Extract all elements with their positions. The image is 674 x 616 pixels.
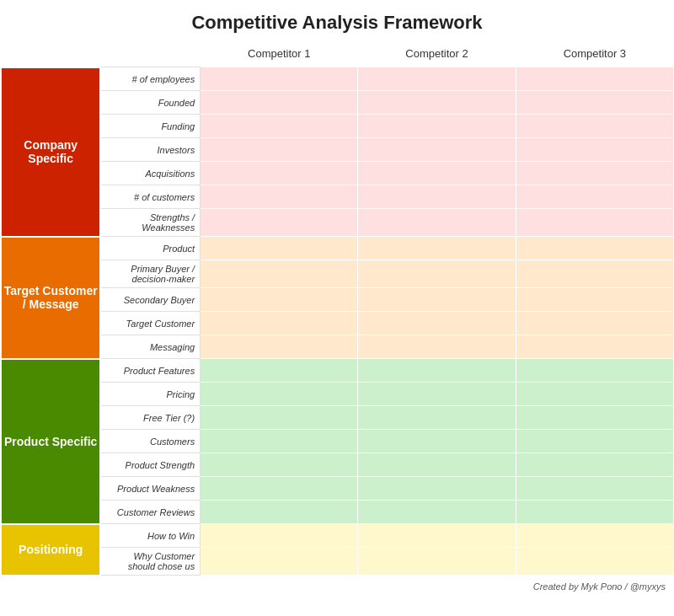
data-cell-s2-r5-c2[interactable] [516, 477, 673, 501]
row-label: Pricing [100, 383, 200, 406]
data-cell-s0-r2-c2[interactable] [516, 115, 673, 138]
data-cell-s0-r1-c2[interactable] [516, 91, 673, 115]
data-cell-s0-r2-c0[interactable] [201, 115, 358, 138]
table-row: Strengths / Weaknesses [1, 209, 674, 237]
data-cell-s0-r0-c1[interactable] [358, 67, 516, 91]
data-cell-s0-r4-c1[interactable] [358, 162, 516, 185]
data-cell-s2-r6-c2[interactable] [516, 501, 673, 524]
table-row: Free Tier (?) [1, 406, 674, 430]
data-cell-s2-r6-c0[interactable] [201, 501, 358, 524]
row-label-header-empty [100, 42, 200, 67]
row-label: Primary Buyer / decision-maker [100, 260, 200, 288]
table-row: Product SpecificProduct Features [1, 359, 674, 383]
row-label: Messaging [100, 335, 200, 359]
data-cell-s2-r5-c1[interactable] [358, 477, 516, 501]
row-label: Why Customer should chose us [100, 548, 200, 576]
credit-text: Created by Myk Pono / @myxys [0, 576, 674, 595]
data-cell-s2-r2-c1[interactable] [358, 406, 516, 430]
data-cell-s0-r3-c1[interactable] [358, 138, 516, 162]
data-cell-s0-r4-c2[interactable] [516, 162, 673, 185]
data-cell-s0-r6-c1[interactable] [358, 209, 516, 237]
competitor-1-header: Competitor 1 [201, 42, 358, 67]
row-label: Investors [100, 138, 200, 162]
data-cell-s3-r1-c0[interactable] [201, 548, 358, 576]
data-cell-s0-r3-c2[interactable] [516, 138, 673, 162]
competitor-2-header: Competitor 2 [358, 42, 516, 67]
data-cell-s3-r1-c1[interactable] [358, 548, 516, 576]
table-row: # of customers [1, 185, 674, 209]
data-cell-s2-r1-c2[interactable] [516, 383, 673, 406]
data-cell-s0-r6-c2[interactable] [516, 209, 673, 237]
data-cell-s0-r3-c0[interactable] [201, 138, 358, 162]
data-cell-s2-r4-c0[interactable] [201, 453, 358, 477]
table-row: Investors [1, 138, 674, 162]
data-cell-s2-r2-c2[interactable] [516, 406, 673, 430]
data-cell-s2-r4-c1[interactable] [358, 453, 516, 477]
data-cell-s2-r3-c0[interactable] [201, 430, 358, 453]
data-cell-s1-r0-c1[interactable] [358, 237, 516, 260]
data-cell-s0-r5-c0[interactable] [201, 185, 358, 209]
data-cell-s2-r3-c1[interactable] [358, 430, 516, 453]
table-row: Customers [1, 430, 674, 453]
data-cell-s0-r4-c0[interactable] [201, 162, 358, 185]
row-label: Product Features [100, 359, 200, 383]
data-cell-s2-r4-c2[interactable] [516, 453, 673, 477]
data-cell-s1-r3-c0[interactable] [201, 312, 358, 335]
data-cell-s3-r0-c1[interactable] [358, 524, 516, 548]
data-cell-s0-r5-c1[interactable] [358, 185, 516, 209]
table-row: Target Customer / MessageProduct [1, 237, 674, 260]
data-cell-s0-r0-c0[interactable] [201, 67, 358, 91]
data-cell-s2-r1-c0[interactable] [201, 383, 358, 406]
competitor-3-header: Competitor 3 [516, 42, 673, 67]
data-cell-s1-r1-c1[interactable] [358, 260, 516, 288]
data-cell-s1-r1-c0[interactable] [201, 260, 358, 288]
data-cell-s1-r4-c1[interactable] [358, 335, 516, 359]
data-cell-s1-r3-c1[interactable] [358, 312, 516, 335]
data-cell-s1-r4-c2[interactable] [516, 335, 673, 359]
data-cell-s2-r0-c1[interactable] [358, 359, 516, 383]
data-cell-s1-r2-c0[interactable] [201, 288, 358, 312]
page-title: Competitive Analysis Framework [0, 0, 674, 42]
data-cell-s2-r2-c0[interactable] [201, 406, 358, 430]
analysis-table: Competitor 1 Competitor 2 Competitor 3 C… [0, 42, 674, 576]
data-cell-s2-r3-c2[interactable] [516, 430, 673, 453]
data-cell-s3-r0-c0[interactable] [201, 524, 358, 548]
data-cell-s2-r5-c0[interactable] [201, 477, 358, 501]
table-row: Primary Buyer / decision-maker [1, 260, 674, 288]
data-cell-s0-r1-c0[interactable] [201, 91, 358, 115]
row-label: Acquisitions [100, 162, 200, 185]
data-cell-s1-r0-c0[interactable] [201, 237, 358, 260]
data-cell-s2-r1-c1[interactable] [358, 383, 516, 406]
row-label: Product Weakness [100, 477, 200, 501]
data-cell-s0-r1-c1[interactable] [358, 91, 516, 115]
data-cell-s1-r0-c2[interactable] [516, 237, 673, 260]
table-row: Messaging [1, 335, 674, 359]
data-cell-s2-r0-c2[interactable] [516, 359, 673, 383]
data-cell-s1-r2-c1[interactable] [358, 288, 516, 312]
data-cell-s1-r2-c2[interactable] [516, 288, 673, 312]
data-cell-s1-r4-c0[interactable] [201, 335, 358, 359]
row-label: # of employees [100, 67, 200, 91]
row-label: Strengths / Weaknesses [100, 209, 200, 237]
table-row: Why Customer should chose us [1, 548, 674, 576]
data-cell-s2-r0-c0[interactable] [201, 359, 358, 383]
data-cell-s0-r6-c0[interactable] [201, 209, 358, 237]
data-cell-s1-r3-c2[interactable] [516, 312, 673, 335]
row-label: Free Tier (?) [100, 406, 200, 430]
table-row: Pricing [1, 383, 674, 406]
table-row: Company Specific# of employees [1, 67, 674, 91]
data-cell-s3-r1-c2[interactable] [516, 548, 673, 576]
row-label: How to Win [100, 524, 200, 548]
data-cell-s1-r1-c2[interactable] [516, 260, 673, 288]
table-row: Funding [1, 115, 674, 138]
data-cell-s0-r0-c2[interactable] [516, 67, 673, 91]
data-cell-s3-r0-c2[interactable] [516, 524, 673, 548]
row-label: Founded [100, 91, 200, 115]
data-cell-s0-r5-c2[interactable] [516, 185, 673, 209]
section-label-product-specific: Product Specific [1, 359, 100, 524]
data-cell-s0-r2-c1[interactable] [358, 115, 516, 138]
data-cell-s2-r6-c1[interactable] [358, 501, 516, 524]
row-label: Secondary Buyer [100, 288, 200, 312]
table-row: Product Strength [1, 453, 674, 477]
row-label: Target Customer [100, 312, 200, 335]
